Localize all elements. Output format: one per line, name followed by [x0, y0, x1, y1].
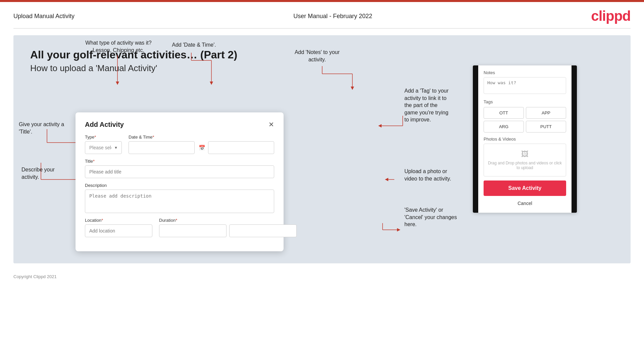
clippd-logo: clippd: [591, 8, 631, 24]
type-select-wrapper: Please select: [85, 141, 122, 154]
datetime-wrapper: 15 / 02 / 2022 📅 2:21 PM: [129, 141, 274, 154]
tag-putt[interactable]: PUTT: [526, 121, 566, 133]
photos-upload-text: Drag and Drop photos and videos or click…: [488, 161, 562, 170]
annotation-notes: Add 'Notes' to youractivity.: [282, 49, 352, 63]
main-content: All your golf-relevant activities… (Part…: [13, 35, 631, 263]
annotation-save-cancel: 'Save Activity' or'Cancel' your changesh…: [404, 206, 482, 228]
title-field: Title*: [85, 159, 274, 178]
description-label: Description: [85, 183, 274, 188]
duration-label: Duration*: [159, 218, 297, 223]
footer: Copyright Clippd 2021: [0, 270, 644, 283]
modal-close-button[interactable]: ✕: [268, 120, 274, 128]
annotation-describe: Describe youractivity.: [21, 166, 65, 180]
time-input[interactable]: 2:21 PM: [208, 141, 274, 154]
modal-row-title: Title*: [85, 159, 274, 178]
type-label: Type*: [85, 135, 122, 140]
phone-photos-label: Photos & Videos: [484, 137, 566, 142]
duration-field: Duration* 00 hr 00 min: [159, 218, 297, 237]
annotation-tag: Add a 'Tag' to youractivity to link it t…: [404, 87, 482, 123]
phone-inner: Notes Tags OTT APP ARG PUTT Photos & Vid…: [478, 65, 572, 213]
duration-min-input[interactable]: 00 min: [229, 224, 297, 237]
annotation-activity-type: What type of activity was it?Lesson, Chi…: [73, 39, 164, 54]
location-input[interactable]: [85, 224, 152, 237]
phone-notes-label: Notes: [484, 70, 566, 75]
svg-marker-30: [397, 228, 400, 231]
title-input[interactable]: [85, 165, 274, 178]
datetime-label: Date & Time*: [129, 135, 274, 140]
annotation-title: Give your activity a'Title'.: [19, 121, 66, 135]
photos-upload-box[interactable]: 🖼 Drag and Drop photos and videos or cli…: [484, 144, 566, 176]
tag-ott[interactable]: OTT: [484, 107, 524, 119]
header: Upload Manual Activity User Manual - Feb…: [0, 2, 644, 28]
type-field: Type* Please select: [85, 135, 122, 154]
modal-row-type-datetime: Type* Please select Date & Time* 15 / 02…: [85, 135, 274, 154]
tags-grid: OTT APP ARG PUTT: [484, 107, 566, 133]
header-divider: [13, 28, 631, 29]
cancel-button[interactable]: Cancel: [484, 199, 566, 208]
svg-marker-22: [351, 87, 354, 90]
save-activity-button[interactable]: Save Activity: [484, 180, 566, 196]
phone-mockup: Notes Tags OTT APP ARG PUTT Photos & Vid…: [473, 65, 577, 213]
title-label: Title*: [85, 159, 274, 164]
upload-icon: 🖼: [487, 150, 562, 159]
phone-notes-textarea[interactable]: [484, 77, 566, 94]
duration-wrapper: 00 hr 00 min: [159, 224, 297, 237]
modal-row-description: Description: [85, 183, 274, 213]
phone-panel: Notes Tags OTT APP ARG PUTT Photos & Vid…: [473, 65, 577, 213]
location-label: Location*: [85, 218, 152, 223]
annotation-upload: Upload a photo orvideo to the activity.: [404, 168, 482, 182]
svg-marker-6: [210, 82, 213, 85]
modal-title: Add Activity: [85, 121, 124, 128]
header-center-title: User Manual - February 2022: [293, 13, 372, 20]
description-textarea[interactable]: [85, 190, 274, 213]
calendar-icon: 📅: [199, 145, 205, 151]
svg-marker-25: [378, 124, 382, 127]
modal-header: Add Activity ✕: [85, 120, 274, 128]
header-left-title: Upload Manual Activity: [13, 13, 75, 20]
add-activity-modal: Add Activity ✕ Type* Please select Date …: [76, 112, 284, 251]
date-input[interactable]: 15 / 02 / 2022: [129, 141, 195, 154]
svg-marker-27: [385, 178, 388, 181]
datetime-field: Date & Time* 15 / 02 / 2022 📅 2:21 PM: [129, 135, 274, 154]
svg-marker-2: [116, 82, 119, 85]
phone-tags-label: Tags: [484, 99, 566, 104]
tag-arg[interactable]: ARG: [484, 121, 524, 133]
modal-row-location-duration: Location* Duration* 00 hr 00 min: [85, 218, 274, 237]
tag-app[interactable]: APP: [526, 107, 566, 119]
description-field: Description: [85, 183, 274, 213]
header-logo-area: clippd: [591, 8, 631, 24]
duration-hr-input[interactable]: 00 hr: [159, 224, 227, 237]
type-select[interactable]: Please select: [85, 141, 122, 154]
annotation-datetime: Add 'Date & Time'.: [160, 41, 228, 49]
copyright-text: Copyright Clippd 2021: [13, 274, 57, 279]
location-field: Location*: [85, 218, 152, 237]
